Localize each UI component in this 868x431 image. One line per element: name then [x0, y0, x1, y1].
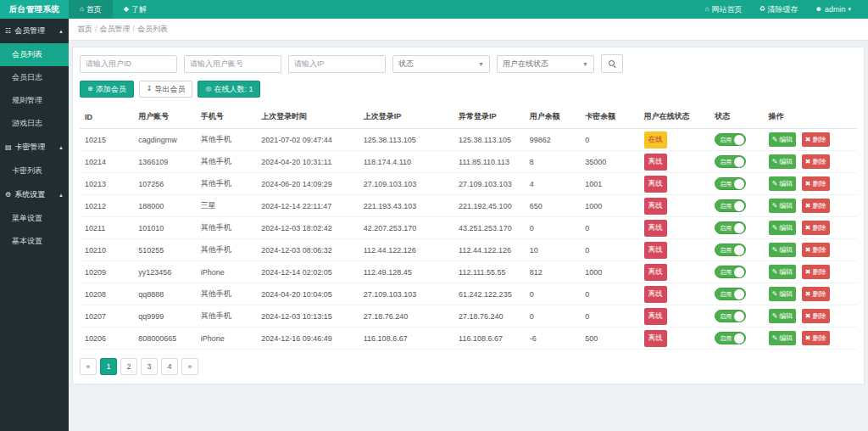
table-row: 10214 1366109 其他手机 2024-04-20 10:31:11 1…	[80, 151, 857, 173]
cell-actions: ✎编辑 ✖删除	[764, 173, 857, 195]
user-name: admin	[825, 5, 846, 14]
sidebar-item-会员日志[interactable]: 会员日志	[0, 66, 69, 89]
breadcrumb-item[interactable]: 首页	[77, 25, 92, 33]
enable-toggle[interactable]: 启用	[715, 177, 746, 190]
edit-button[interactable]: ✎编辑	[769, 287, 797, 301]
page-button-4[interactable]: 4	[161, 358, 178, 375]
sidebar-item-菜单设置[interactable]: 菜单设置	[0, 207, 69, 230]
enable-toggle[interactable]: 启用	[715, 266, 746, 278]
page-button-»[interactable]: »	[181, 358, 198, 375]
column-header: 上次登录时间	[256, 105, 358, 129]
export-members-button[interactable]: ↧ 导出会员	[139, 81, 193, 98]
breadcrumb-item[interactable]: 会员列表	[137, 25, 168, 33]
trash-icon: ✖	[805, 180, 811, 188]
column-header: 用户余额	[525, 105, 580, 129]
sidebar-section-系统设置[interactable]: ⚙ 系统设置 ▲	[0, 182, 69, 207]
online-status-badge: 离线	[644, 242, 667, 259]
cell-online-status: 离线	[639, 173, 710, 195]
enable-toggle[interactable]: 启用	[715, 243, 746, 256]
sidebar-section-卡密管理[interactable]: ▤ 卡密管理 ▲	[0, 135, 69, 160]
signal-icon: ◎	[205, 86, 211, 92]
page-button-«[interactable]: «	[80, 358, 97, 375]
online-status-select[interactable]: 用户在线状态 ▼	[497, 55, 594, 73]
delete-button[interactable]: ✖删除	[802, 199, 830, 213]
user-menu[interactable]: ☻ admin ▾	[807, 0, 860, 19]
delete-button[interactable]: ✖删除	[802, 221, 830, 235]
cell-card-balance: 0	[580, 305, 638, 327]
sidebar-section-会员管理[interactable]: ☷ 会员管理 ▲	[0, 19, 69, 43]
cell-phone: 其他手机	[196, 239, 256, 261]
enable-toggle[interactable]: 启用	[715, 310, 746, 322]
enable-toggle[interactable]: 启用	[715, 332, 746, 344]
cell-balance: 0	[525, 283, 580, 305]
status-select[interactable]: 状态 ▼	[392, 55, 490, 73]
edit-button[interactable]: ✎编辑	[769, 243, 797, 257]
tab-about[interactable]: ◆ 了解	[113, 0, 158, 19]
page-button-1[interactable]: 1	[100, 358, 117, 375]
user-id-input[interactable]	[80, 55, 177, 73]
filter-row: 状态 ▼ 用户在线状态 ▼	[80, 54, 857, 73]
edit-button[interactable]: ✎编辑	[769, 154, 797, 169]
delete-button[interactable]: ✖删除	[802, 265, 830, 279]
edit-button[interactable]: ✎编辑	[769, 265, 797, 279]
delete-button[interactable]: ✖删除	[802, 154, 830, 169]
enable-toggle[interactable]: 启用	[715, 221, 746, 234]
page-button-2[interactable]: 2	[120, 358, 137, 375]
delete-button[interactable]: ✖删除	[802, 243, 830, 257]
clear-cache-link[interactable]: ♻ 清除缓存	[750, 0, 806, 19]
account-input[interactable]	[184, 55, 281, 73]
cell-last-login-time: 2024-04-20 10:31:11	[256, 151, 358, 173]
card-icon: ▤	[5, 143, 12, 151]
enable-toggle[interactable]: 启用	[715, 133, 746, 146]
tab-home[interactable]: ⌂ 首页	[69, 0, 113, 19]
enable-toggle[interactable]: 启用	[715, 199, 746, 212]
delete-button[interactable]: ✖删除	[802, 176, 830, 191]
delete-button[interactable]: ✖删除	[802, 331, 830, 345]
edit-button[interactable]: ✎编辑	[769, 221, 797, 235]
add-member-button[interactable]: ⊕ 添加会员	[80, 81, 134, 98]
edit-button[interactable]: ✎编辑	[769, 309, 797, 323]
cell-abnormal-ip: 27.109.103.103	[453, 173, 525, 195]
cell-id: 10206	[80, 327, 133, 350]
cell-abnormal-ip: 27.18.76.240	[453, 305, 525, 327]
table-row: 10211 101010 其他手机 2024-12-03 18:02:42 42…	[80, 217, 857, 239]
sidebar-item-会员列表[interactable]: 会员列表	[0, 43, 69, 66]
page-button-3[interactable]: 3	[141, 358, 158, 375]
sidebar-item-卡密列表[interactable]: 卡密列表	[0, 160, 69, 182]
edit-button[interactable]: ✎编辑	[769, 176, 797, 191]
site-home-link[interactable]: ⌂ 网站首页	[697, 0, 751, 19]
user-icon: ☻	[815, 6, 822, 13]
enable-toggle[interactable]: 启用	[715, 155, 746, 168]
edit-button[interactable]: ✎编辑	[769, 132, 797, 147]
search-button[interactable]	[601, 54, 623, 73]
edit-button[interactable]: ✎编辑	[769, 331, 797, 345]
sidebar-item-规则管理[interactable]: 规则管理	[0, 89, 69, 112]
clear-cache-label: 清除缓存	[768, 4, 798, 15]
cell-abnormal-ip: 61.242.122.235	[453, 283, 525, 305]
delete-button[interactable]: ✖删除	[802, 287, 830, 301]
export-members-label: 导出会员	[154, 84, 185, 95]
cell-card-balance: 1000	[580, 261, 638, 283]
cell-id: 10211	[80, 217, 133, 239]
pencil-icon: ✎	[772, 312, 778, 320]
delete-button[interactable]: ✖删除	[802, 132, 830, 147]
ip-input[interactable]	[288, 55, 386, 73]
sidebar-item-基本设置[interactable]: 基本设置	[0, 230, 69, 253]
table-row: 10213 107256 其他手机 2024-06-20 14:09:29 27…	[80, 173, 857, 195]
member-table-head: ID用户账号手机号上次登录时间上次登录IP异常登录IP用户余额卡密余额用户在线状…	[80, 105, 857, 129]
cell-abnormal-ip: 125.38.113.105	[453, 129, 525, 151]
cell-last-login-ip: 125.38.113.105	[359, 129, 453, 151]
cell-id: 10209	[80, 261, 133, 283]
cell-phone: 其他手机	[196, 173, 256, 195]
delete-button[interactable]: ✖删除	[802, 309, 830, 323]
sidebar-item-游戏日志[interactable]: 游戏日志	[0, 112, 69, 135]
edit-button[interactable]: ✎编辑	[769, 199, 797, 213]
chevron-up-icon: ▲	[58, 145, 64, 150]
breadcrumb-item[interactable]: 会员管理	[100, 25, 131, 33]
online-count-button[interactable]: ◎ 在线人数: 1	[198, 81, 260, 98]
enable-toggle[interactable]: 启用	[715, 288, 746, 300]
cell-balance: 99862	[525, 129, 580, 151]
cell-status: 启用	[709, 217, 763, 239]
online-status-badge: 离线	[644, 286, 667, 303]
breadcrumb-separator: /	[95, 25, 97, 33]
